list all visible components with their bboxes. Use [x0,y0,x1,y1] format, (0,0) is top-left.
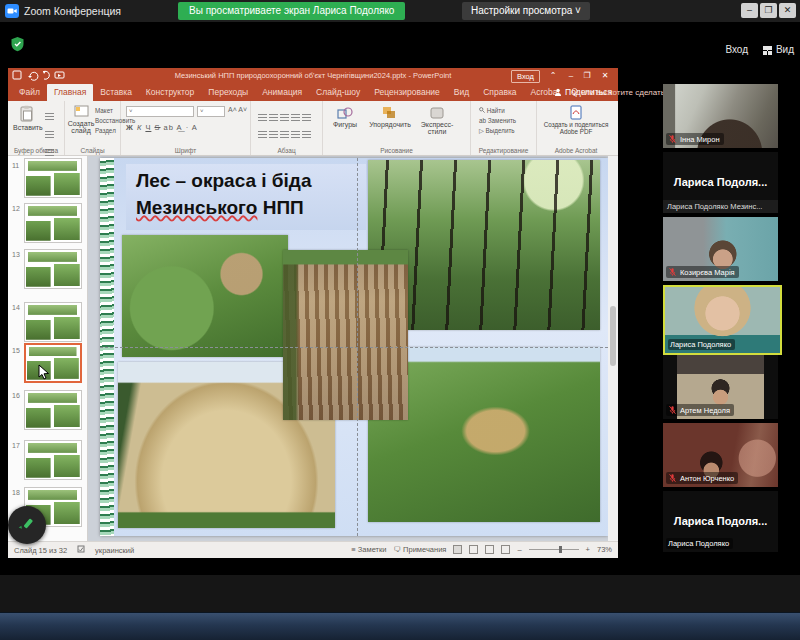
tab-insert[interactable]: Вставка [93,84,139,101]
ppt-signin-button[interactable]: Вход [511,70,540,83]
slides-group: Создать слайд Макет Восстановить Раздел … [65,101,121,155]
reading-view-icon[interactable] [485,545,494,554]
share-button[interactable]: Поделиться [554,87,612,97]
view-settings-dropdown[interactable]: Настройки просмотра ˅ [462,2,590,20]
zoom-out-button[interactable]: – [517,545,521,554]
editing-buttons[interactable]: Найти ab Заменить ▷ Выделить [479,106,516,135]
horizontal-guide [100,347,608,348]
zoom-titlebar: Zoom Конференция Вы просматриваете экран… [0,0,800,22]
tab-review[interactable]: Рецензирование [367,84,447,101]
zoom-in-button[interactable]: + [586,545,590,554]
zoom-toolbar: Подключить звук ^ Начать видео 7 Участни… [0,575,800,612]
muted-mic-icon [668,134,677,144]
paste-button[interactable]: Вставить [13,105,39,131]
participant-tile-inna-myron[interactable]: Інна Мирон [663,84,778,148]
slide-thumbnail-15-selected[interactable] [24,343,82,383]
new-slide-button[interactable]: Создать слайд [67,105,95,134]
notes-toggle[interactable]: ≡ Заметки [351,545,386,554]
mouse-cursor [38,364,51,380]
thumb-number: 17 [12,442,20,449]
view-button[interactable]: Вид [763,42,794,58]
screen: Zoom Конференция Вы просматриваете экран… [0,0,800,640]
arrange-button[interactable]: Упорядочить [365,106,415,128]
ppt-status-bar: Слайд 15 из 32 украинский ≡ Заметки 🗨 Пр… [8,541,618,558]
ribbon-options-icon[interactable]: ⌃ [546,70,560,82]
normal-view-icon[interactable] [453,545,462,554]
create-pdf-button[interactable]: Создать и поделиться Adobe PDF [541,105,611,135]
shapes-icon [337,106,353,120]
align-buttons[interactable] [257,125,312,143]
tab-file[interactable]: Файл [12,84,47,101]
tab-view[interactable]: Вид [447,84,476,101]
slide-thumbnail-11[interactable] [24,158,82,198]
tab-slideshow[interactable]: Слайд-шоу [309,84,367,101]
slide-thumbnail-12[interactable] [24,203,82,243]
slide-thumbnail-17[interactable] [24,440,82,480]
quick-styles-button[interactable]: Экспресс-стили [415,106,459,135]
minimize-button[interactable]: – [741,3,758,18]
slide-sorter-view-icon[interactable] [469,545,478,554]
slide-thumbnail-panel[interactable]: 11 12 13 14 15 16 17 18 [8,156,88,541]
slide-scrollbar[interactable] [608,156,618,541]
font-style-buttons[interactable]: Ж К Ч S ab A͟ · A [126,123,198,132]
tab-home[interactable]: Главная [47,84,93,101]
muted-mic-icon [668,473,677,483]
participant-name: Інна Мирон [680,135,720,144]
participant-tile-artem-nedolia[interactable]: Артем Недоля [663,355,778,419]
muted-mic-icon [668,267,677,277]
thumb-number: 14 [12,304,20,311]
tab-transitions[interactable]: Переходы [201,84,255,101]
photo-loess-closeup [283,250,408,420]
ppt-minimize-button[interactable]: – [564,70,578,82]
ppt-titlebar: Мезинський НПП природоохоронний об'єкт Ч… [8,68,618,84]
tab-animations[interactable]: Анимация [255,84,309,101]
annotation-pencil-button[interactable] [8,506,46,544]
shapes-button[interactable]: Фигуры [327,106,363,128]
ppt-close-button[interactable]: ✕ [598,70,612,82]
zoom-slider[interactable] [529,549,579,550]
tab-help[interactable]: Справка [476,84,523,101]
font-group: ˅ ˅ A˄ A˅ Ж К Ч S ab A͟ · A Шрифт [121,101,251,155]
participant-tile-larysa-name-only[interactable]: Лариса Подоля... Лариса Подоляко Мезинс.… [663,152,778,213]
participant-tile-kozyreva-maria[interactable]: Козирєва Марія [663,217,778,281]
quick-styles-icon [429,106,445,120]
signin-button[interactable]: Вход [725,42,748,58]
close-button[interactable]: ✕ [779,3,796,18]
comments-toggle[interactable]: 🗨 Примечания [394,545,447,554]
grid-icon [763,46,772,55]
slideshow-view-icon[interactable] [501,545,510,554]
slide-thumbnail-14[interactable] [24,302,82,342]
ppt-restore-button[interactable]: ❐ [580,70,594,82]
slide-title: Лес – окраса і біда Мезинського НПП [126,164,366,230]
language-indicator[interactable]: украинский [95,546,134,555]
participant-display-name: Лариса Подоля... [663,176,778,188]
thumb-number: 15 [12,347,20,354]
participant-tile-larysa-podoliako-active[interactable]: Лариса Подоляко [663,285,782,355]
security-shield-icon[interactable] [10,36,25,56]
windows-taskbar: e W P zm UK 9:18 22.02.2024 [0,612,800,640]
thumb-number: 16 [12,392,20,399]
zoom-app-icon [5,4,19,18]
restore-button[interactable]: ❐ [760,3,777,18]
list-buttons[interactable] [257,108,312,126]
participant-tile-anton-yurchenko[interactable]: Антон Юрченко [663,423,778,487]
tab-design[interactable]: Конструктор [139,84,201,101]
slide-thumbnail-13[interactable] [24,249,82,289]
participant-tile-larysa-name-only-2[interactable]: Лариса Подоля... Лариса Подоляко [663,491,778,552]
window-title: Zoom Конференция [24,0,121,22]
zoom-percentage[interactable]: 73% [597,545,612,554]
pencil-icon [18,516,36,534]
screen-viewing-banner: Вы просматриваете экран Лариса Подоляко [178,2,405,20]
powerpoint-window: Мезинський НПП природоохоронний об'єкт Ч… [8,68,618,558]
font-selectors[interactable]: ˅ ˅ A˄ A˅ [126,106,247,117]
photo-green-gully [122,235,288,357]
spellcheck-icon[interactable] [77,545,85,555]
font-size-box[interactable]: ˅ [197,106,225,117]
slide-thumbnail-16[interactable] [24,390,82,430]
find-icon [479,107,485,113]
slide-canvas[interactable]: Лес – окраса і біда Мезинського НПП [100,158,608,536]
thumb-number: 18 [12,489,20,496]
muted-mic-icon [668,405,677,415]
font-name-box[interactable]: ˅ [126,106,194,117]
ppt-content: 11 12 13 14 15 16 17 18 Лес – окраса і б… [8,156,618,541]
